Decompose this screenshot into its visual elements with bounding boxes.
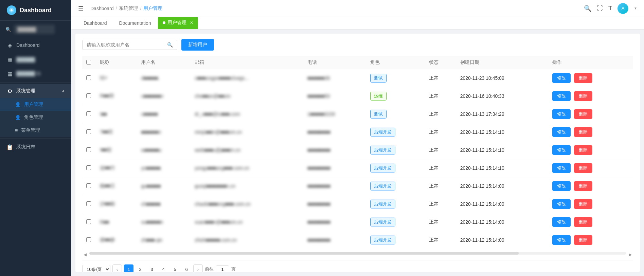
logo-text: Dashboard (20, 7, 52, 14)
edit-button[interactable]: 修改 (552, 109, 571, 119)
hamburger-icon[interactable]: ☰ (78, 5, 84, 12)
cell-status: 正常 (425, 159, 456, 177)
delete-button[interactable]: 删除 (574, 109, 592, 119)
sidebar-search-box[interactable]: ██████ (14, 25, 55, 34)
goto-label: 前往 (205, 266, 214, 272)
delete-button[interactable]: 删除 (574, 163, 592, 173)
sidebar-sub-item-menu-manage[interactable]: ≡ 菜单管理 (0, 124, 71, 137)
tab-user-manage[interactable]: 用户管理 ✕ (158, 17, 198, 29)
page-goto-input[interactable] (216, 265, 229, 272)
font-size-icon[interactable]: T (608, 5, 612, 12)
cell-date: 2020-11-12 15:14:10 (456, 159, 548, 177)
row-checkbox[interactable] (86, 93, 91, 98)
search-icon[interactable]: 🔍 (584, 5, 591, 12)
page-prev-button[interactable]: ‹ (112, 264, 122, 272)
row-checkbox[interactable] (86, 129, 91, 134)
cell-actions: 修改 删除 (548, 69, 633, 87)
cell-phone: ■■■■■■■■ (303, 177, 366, 195)
gear-icon: ⚙ (7, 88, 13, 94)
delete-button[interactable]: 删除 (574, 145, 592, 155)
sidebar-item-analytics2[interactable]: ▦ ██████ 隔 (0, 67, 71, 81)
page-next-button[interactable]: › (193, 264, 203, 272)
cell-actions: 修改 删除 (548, 213, 633, 231)
edit-button[interactable]: 修改 (552, 235, 571, 245)
row-checkbox[interactable] (86, 165, 91, 170)
row-checkbox[interactable] (86, 147, 91, 152)
system-manage-section: ⚙ 系统管理 ∧ 👤 用户管理 👤 角色管理 ≡ 菜单管理 (0, 84, 71, 137)
edit-button[interactable]: 修改 (552, 199, 571, 209)
col-role: 角色 (366, 56, 425, 69)
add-user-button[interactable]: 新增用户 (181, 39, 214, 51)
cell-date: 2020-11-12 15:14:10 (456, 141, 548, 159)
tab-close-icon[interactable]: ✕ (190, 20, 193, 25)
edit-button[interactable]: 修改 (552, 145, 571, 155)
status-badge: 正常 (429, 129, 439, 134)
tab-dashboard[interactable]: Dashboard (78, 17, 112, 29)
row-checkbox-cell (82, 213, 96, 231)
row-checkbox-cell (82, 177, 96, 195)
page-6[interactable]: 6 (182, 264, 191, 272)
row-checkbox[interactable] (86, 111, 91, 116)
sidebar-item-system[interactable]: ⚙ 系统管理 ∧ (0, 84, 71, 98)
row-checkbox-cell (82, 123, 96, 141)
cell-status: 正常 (425, 177, 456, 195)
page-2[interactable]: 2 (136, 264, 145, 272)
delete-button[interactable]: 删除 (574, 91, 592, 101)
breadcrumb-system[interactable]: 系统管理 (119, 5, 138, 12)
edit-button[interactable]: 修改 (552, 127, 571, 137)
edit-button[interactable]: 修改 (552, 217, 571, 227)
delete-button[interactable]: 删除 (574, 181, 592, 191)
sidebar-item-analytics1[interactable]: ▦ ██████ (0, 52, 71, 67)
sidebar-sub-item-role-manage[interactable]: 👤 角色管理 (0, 111, 71, 124)
breadcrumb-current: 用户管理 (143, 5, 162, 12)
page-5[interactable]: 5 (170, 264, 180, 272)
page-size-select[interactable]: 10条/页 20条/页 50条/页 (82, 265, 110, 272)
row-checkbox[interactable] (86, 75, 91, 80)
col-checkbox (82, 56, 96, 69)
pagination: 10条/页 20条/页 50条/页 ‹ 1 2 3 4 5 6 › 前往 页 (82, 260, 633, 272)
sidebar-item-dashboard[interactable]: ◈ Dashboard (0, 38, 71, 52)
row-checkbox[interactable] (86, 183, 91, 188)
sidebar-item-syslog[interactable]: 📋 系统日志 (0, 140, 71, 154)
row-checkbox[interactable] (86, 237, 91, 242)
delete-button[interactable]: 删除 (574, 127, 592, 137)
edit-button[interactable]: 修改 (552, 181, 571, 191)
select-all-checkbox[interactable] (86, 60, 91, 65)
edit-button[interactable]: 修改 (552, 91, 571, 101)
edit-button[interactable]: 修改 (552, 163, 571, 173)
cell-username: w■■■■■u (137, 141, 191, 159)
cell-date: 2020-11-12 15:14:09 (456, 177, 548, 195)
page-4[interactable]: 4 (159, 264, 168, 272)
cell-date: 2020-11-12 15:14:09 (456, 231, 548, 249)
page-unit: 页 (231, 266, 236, 272)
scroll-left-arrow[interactable]: ◀ (82, 252, 88, 257)
avatar[interactable]: A (618, 3, 628, 14)
sidebar-logo[interactable]: Dashboard (0, 0, 71, 21)
status-badge: 正常 (429, 219, 439, 224)
page-1[interactable]: 1 (124, 264, 133, 272)
chevron-up-icon: ∧ (62, 89, 65, 93)
delete-button[interactable]: 删除 (574, 235, 592, 245)
row-checkbox[interactable] (86, 201, 91, 206)
edit-button[interactable]: 修改 (552, 73, 571, 83)
tab-documentation[interactable]: Documentation (114, 17, 157, 29)
user-icon: 👤 (15, 102, 21, 107)
breadcrumb-dashboard[interactable]: Dashboard (90, 6, 114, 11)
search-icon[interactable]: 🔍 (167, 42, 173, 48)
scrollbar[interactable] (89, 252, 626, 255)
delete-button[interactable]: 删除 (574, 199, 592, 209)
sidebar-search-area: 🔍 ██████ (0, 21, 71, 38)
fullscreen-icon[interactable]: ⛶ (597, 5, 603, 12)
role-badge: 测试 (370, 74, 387, 82)
cell-username: c■■■■■■n (137, 87, 191, 105)
search-box[interactable]: 🔍 (82, 40, 177, 50)
delete-button[interactable]: 删除 (574, 73, 592, 83)
delete-button[interactable]: 删除 (574, 217, 592, 227)
sidebar-sub-item-user-manage[interactable]: 👤 用户管理 (0, 98, 71, 111)
page-3[interactable]: 3 (147, 264, 157, 272)
scroll-right-arrow[interactable]: ▶ (627, 252, 633, 257)
cell-email: c■■■ongpe■■■■clcwgs... (191, 69, 303, 87)
row-checkbox[interactable] (86, 219, 91, 224)
cell-date: 2020-11-16 10:40:33 (456, 87, 548, 105)
search-input[interactable] (87, 42, 164, 48)
